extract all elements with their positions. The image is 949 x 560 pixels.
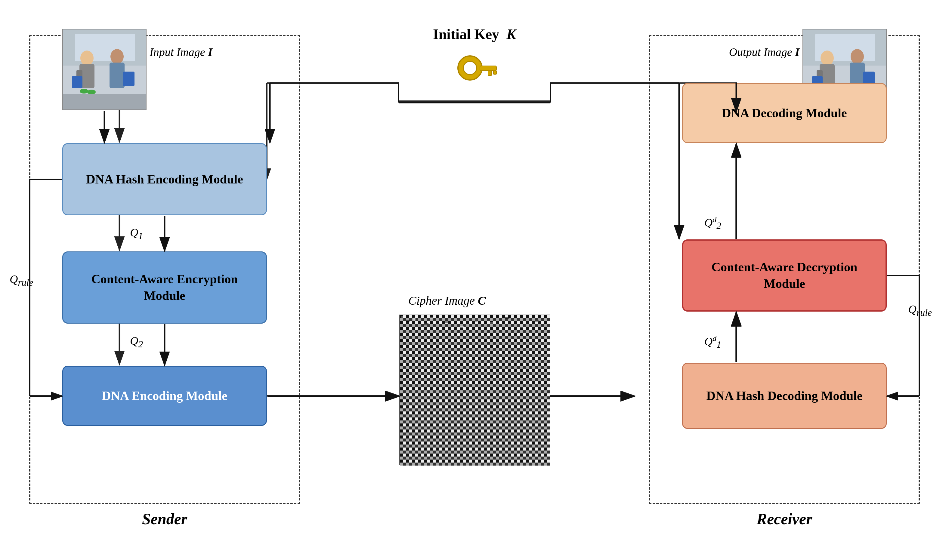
input-image-var: I (208, 46, 213, 58)
output-image-label-text: Output Image (729, 46, 792, 58)
svg-rect-70 (535, 320, 539, 322)
svg-point-24 (80, 51, 94, 66)
svg-point-37 (821, 51, 834, 66)
input-image (62, 29, 146, 110)
svg-point-31 (80, 89, 88, 94)
sender-label: Sender (29, 510, 300, 528)
svg-point-48 (464, 62, 477, 75)
dna-decoding-module: DNA Decoding Module (682, 83, 887, 143)
svg-rect-50 (488, 71, 491, 75)
content-aware-decryption-module: Content-Aware Decryption Module (682, 239, 887, 312)
svg-rect-65 (460, 326, 464, 328)
svg-rect-59 (401, 316, 404, 318)
q2-label: Q2 (130, 334, 143, 350)
svg-point-27 (111, 49, 124, 64)
dna-encoding-module: DNA Encoding Module (62, 366, 267, 426)
svg-rect-67 (490, 322, 493, 325)
svg-rect-49 (480, 66, 496, 71)
svg-rect-33 (63, 94, 146, 110)
receiver-label: Receiver (649, 510, 920, 528)
dna-hash-decoding-module: DNA Hash Decoding Module (682, 363, 887, 429)
key-area: Initial Key K (399, 26, 550, 95)
svg-rect-62 (424, 323, 428, 325)
q2d-label: Qd2 (704, 215, 721, 231)
svg-rect-51 (493, 71, 496, 74)
diagram-wrapper: Sender Receiver (23, 17, 926, 543)
svg-rect-63 (430, 317, 433, 319)
svg-rect-30 (123, 72, 134, 86)
svg-rect-29 (72, 76, 82, 88)
content-aware-encryption-module: Content-Aware Encryption Module (62, 251, 267, 324)
svg-rect-64 (445, 321, 448, 323)
input-image-label: Input Image I (149, 45, 213, 58)
q-rule-left: Qrule (10, 272, 33, 288)
svg-rect-61 (413, 318, 416, 321)
cipher-image (399, 315, 550, 465)
svg-rect-60 (406, 320, 410, 322)
key-icon (450, 45, 499, 94)
output-image-label: Output Image I (729, 45, 800, 58)
svg-rect-66 (475, 318, 478, 322)
svg-point-32 (87, 90, 96, 94)
q1-label: Q1 (130, 226, 143, 242)
svg-rect-68 (505, 317, 509, 319)
dna-hash-encoding-module: DNA Hash Encoding Module (62, 143, 267, 215)
key-label: Initial Key K (399, 26, 550, 42)
svg-rect-28 (109, 63, 125, 88)
main-container: Sender Receiver (0, 0, 949, 560)
svg-point-40 (850, 49, 864, 64)
svg-rect-69 (520, 324, 523, 328)
svg-rect-58 (400, 315, 550, 466)
q1d-label: Qd1 (704, 334, 721, 350)
input-image-label-text: Input Image (149, 46, 205, 58)
q-rule-right: Qrule (908, 303, 932, 318)
cipher-image-svg (400, 315, 550, 466)
cipher-image-label: Cipher Image C (408, 294, 486, 308)
